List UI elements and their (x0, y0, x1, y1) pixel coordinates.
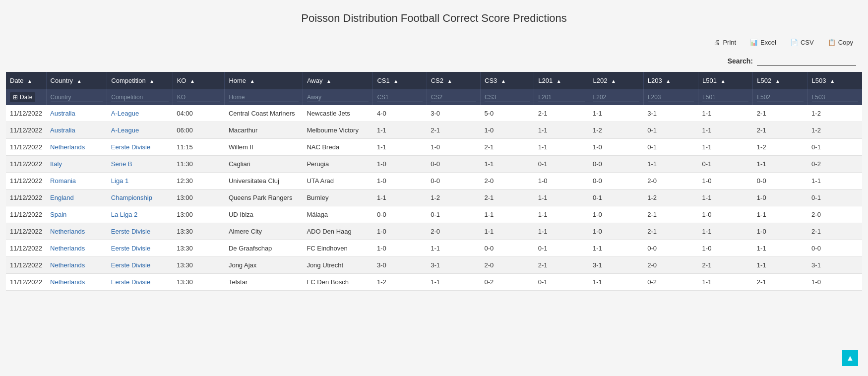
cell-l202: 3-1 (589, 257, 643, 274)
table-container: Date ▲ Country ▲ Competition ▲ KO ▲ Home… (0, 72, 868, 311)
cell-l202: 1-0 (589, 206, 643, 223)
cell-date: 11/12/2022 (6, 274, 46, 291)
table-body: 11/12/2022AustraliaA-League04:00Central … (6, 105, 862, 291)
col-header-cs1[interactable]: CS1 ▲ (373, 72, 427, 89)
filter-away[interactable] (303, 89, 373, 105)
filter-home[interactable] (225, 89, 303, 105)
sort-arrow-cs1: ▲ (393, 78, 398, 84)
cell-date: 11/12/2022 (6, 189, 46, 206)
l502-filter-input[interactable] (757, 93, 803, 102)
col-header-cs3[interactable]: CS3 ▲ (481, 72, 534, 89)
csv-button[interactable]: 📄 CSV (787, 37, 817, 48)
cs1-filter-input[interactable] (377, 93, 422, 102)
cell-l501: 1-1 (698, 223, 753, 240)
col-header-country[interactable]: Country ▲ (46, 72, 107, 89)
cell-l501: 1-1 (698, 105, 753, 122)
cell-away: Málaga (303, 206, 373, 223)
competition-filter-input[interactable] (111, 93, 168, 102)
filter-l202[interactable] (589, 89, 643, 105)
page-title: Poisson Distribution Football Correct Sc… (0, 0, 868, 33)
col-header-l202[interactable]: L202 ▲ (589, 72, 643, 89)
col-header-competition[interactable]: Competition ▲ (107, 72, 173, 89)
away-filter-input[interactable] (307, 93, 369, 102)
filter-l203[interactable] (643, 89, 698, 105)
filter-ko[interactable] (173, 89, 225, 105)
col-header-l203[interactable]: L203 ▲ (643, 72, 698, 89)
cell-l201: 0-1 (534, 240, 589, 257)
cell-l202: 0-0 (589, 173, 643, 189)
l503-filter-input[interactable] (812, 93, 858, 102)
cell-away: Newcastle Jets (303, 105, 373, 122)
filter-competition[interactable] (107, 89, 173, 105)
filter-cs3[interactable] (481, 89, 534, 105)
copy-icon: 📋 (828, 39, 836, 46)
filter-country[interactable] (46, 89, 107, 105)
l202-filter-input[interactable] (593, 93, 639, 102)
filter-cs1[interactable] (373, 89, 427, 105)
sort-arrow-competition: ▲ (149, 78, 154, 84)
cell-l202: 0-0 (589, 156, 643, 173)
col-header-date[interactable]: Date ▲ (6, 72, 46, 89)
cell-l502: 2-1 (753, 122, 807, 139)
cell-date: 11/12/2022 (6, 206, 46, 223)
col-header-cs2[interactable]: CS2 ▲ (427, 72, 480, 89)
cell-home: Jong Ajax (225, 257, 303, 274)
col-header-away[interactable]: Away ▲ (303, 72, 373, 89)
cell-ko: 12:30 (173, 173, 225, 189)
cell-ko: 13:30 (173, 223, 225, 240)
cell-l501: 1-1 (698, 122, 753, 139)
cell-l503: 1-0 (807, 274, 862, 291)
cell-competition: Liga 1 (107, 173, 173, 189)
cell-l203: 0-2 (643, 274, 698, 291)
home-filter-input[interactable] (229, 93, 298, 102)
cs3-filter-input[interactable] (485, 93, 530, 102)
cs2-filter-input[interactable] (431, 93, 476, 102)
filter-l502[interactable] (753, 89, 807, 105)
cell-country: Australia (46, 122, 107, 139)
filter-cs2[interactable] (427, 89, 480, 105)
cell-ko: 04:00 (173, 105, 225, 122)
cell-date: 11/12/2022 (6, 139, 46, 156)
copy-button[interactable]: 📋 Copy (825, 37, 856, 48)
cell-ko: 13:30 (173, 257, 225, 274)
filter-l501[interactable] (698, 89, 753, 105)
cell-cs2: 1-2 (427, 189, 480, 206)
cell-cs2: 0-0 (427, 173, 480, 189)
cell-l501: 1-0 (698, 240, 753, 257)
excel-button[interactable]: 📊 Excel (747, 37, 779, 48)
cell-country: Italy (46, 156, 107, 173)
col-header-l501[interactable]: L501 ▲ (698, 72, 753, 89)
cell-country: Netherlands (46, 240, 107, 257)
cell-away: Jong Utrecht (303, 257, 373, 274)
cell-l501: 1-0 (698, 173, 753, 189)
cell-cs1: 1-0 (373, 223, 427, 240)
l203-filter-input[interactable] (648, 93, 694, 102)
cell-l201: 1-0 (534, 173, 589, 189)
cell-country: Netherlands (46, 223, 107, 240)
l501-filter-input[interactable] (702, 93, 748, 102)
filter-date[interactable]: ⊞ Date (6, 89, 46, 105)
cell-l502: 1-1 (753, 206, 807, 223)
cell-cs3: 0-0 (481, 240, 534, 257)
l201-filter-input[interactable] (538, 93, 584, 102)
cell-cs3: 2-1 (481, 189, 534, 206)
table-row: 11/12/2022NetherlandsEerste Divisie13:30… (6, 257, 862, 274)
col-header-home[interactable]: Home ▲ (225, 72, 303, 89)
print-button[interactable]: 🖨 Print (711, 37, 739, 48)
cell-l501: 2-1 (698, 257, 753, 274)
col-header-l502[interactable]: L502 ▲ (753, 72, 807, 89)
cell-home: UD Ibiza (225, 206, 303, 223)
date-filter-button[interactable]: ⊞ Date (10, 92, 35, 102)
col-header-ko[interactable]: KO ▲ (173, 72, 225, 89)
country-filter-input[interactable] (51, 93, 103, 102)
col-header-l503[interactable]: L503 ▲ (807, 72, 862, 89)
cell-ko: 11:30 (173, 156, 225, 173)
filter-l503[interactable] (807, 89, 862, 105)
ko-filter-input[interactable] (177, 93, 221, 102)
search-input[interactable] (757, 56, 856, 66)
sort-arrow-ko: ▲ (190, 78, 195, 84)
cell-cs2: 2-0 (427, 223, 480, 240)
col-header-l201[interactable]: L201 ▲ (534, 72, 589, 89)
filter-l201[interactable] (534, 89, 589, 105)
cell-country: Spain (46, 206, 107, 223)
